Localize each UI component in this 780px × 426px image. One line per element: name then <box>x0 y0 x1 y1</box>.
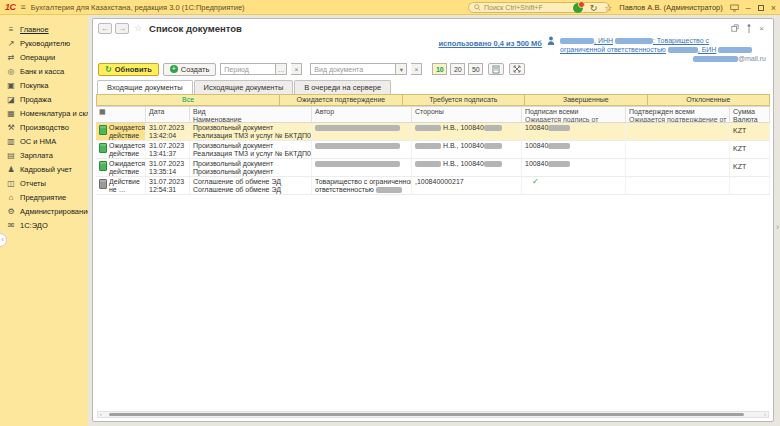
filter-awaiting-confirmation[interactable]: Ожидается подтверждение <box>280 95 402 105</box>
app-window: 1С ≡ Бухгалтерия для Казахстана, редакци… <box>0 0 780 426</box>
truck-icon: ▥ <box>6 137 16 146</box>
signed-check-icon: ✓ <box>525 177 539 186</box>
refresh-icon: ↻ <box>105 65 112 74</box>
create-button[interactable]: +Создать <box>163 63 217 76</box>
warehouse-grid-icon: ▦ <box>6 109 16 118</box>
doc-type-clear-button[interactable]: × <box>411 63 422 75</box>
right-panel-expand-arrow[interactable]: › <box>776 222 779 232</box>
redacted-party <box>415 125 441 131</box>
storage-usage-link[interactable]: использовано 0,4 из 500 Мб <box>439 39 543 48</box>
tab-outgoing-documents[interactable]: Исходящие документы <box>194 80 294 94</box>
horizontal-scrollbar[interactable]: ‹ › <box>97 411 769 418</box>
table-row[interactable]: Ожидаетсядействие 31.07.202313:35:14 Про… <box>96 159 770 177</box>
organization-link[interactable]: , ИНН : Товарищество с ограниченной отве… <box>560 36 768 54</box>
redacted-party-id <box>484 125 502 131</box>
redacted-party <box>415 143 441 149</box>
sidebar-item-hr[interactable]: ♟Кадровый учет <box>0 162 88 176</box>
close-button[interactable]: × <box>771 3 776 13</box>
column-signed[interactable]: Подписан всемиОжидается подпись от <box>522 107 626 122</box>
sidebar: ≡Главное ↗Руководителю ⇄Операции ◎Банк и… <box>0 15 88 426</box>
filter-completed[interactable]: Завершенные <box>525 95 647 105</box>
table-row[interactable]: Ожидаетсядействие 31.07.202313:42:04 Про… <box>96 123 770 141</box>
redacted-author <box>315 161 400 167</box>
history-icon[interactable]: ↻ <box>590 3 598 13</box>
main-menu-icon[interactable]: ≡ <box>21 2 26 12</box>
page-size-50-button[interactable]: 50 <box>468 63 483 75</box>
window-controls: × <box>731 24 768 33</box>
page-size-10-button[interactable]: 10 <box>432 63 447 75</box>
discussions-notification-icon[interactable] <box>573 3 583 13</box>
app-title: Бухгалтерия для Казахстана, редакция 3.0… <box>31 3 245 12</box>
scroll-left-arrow[interactable]: ‹ <box>100 412 102 417</box>
scroll-right-arrow[interactable]: › <box>764 412 766 417</box>
sidebar-item-purchase[interactable]: ▣Покупка <box>0 78 88 92</box>
sidebar-item-fixed-assets[interactable]: ▥ОС и НМА <box>0 134 88 148</box>
nav-forward-button[interactable]: → <box>115 23 129 34</box>
table-row[interactable]: Действиене … 31.07.202312:54:31 Соглашен… <box>96 177 770 195</box>
sidebar-item-administration[interactable]: ⚙Администрирование <box>0 204 88 218</box>
sidebar-item-reports[interactable]: ◫Отчеты <box>0 176 88 190</box>
refresh-button[interactable]: ↻Обновить <box>98 63 159 76</box>
period-picker-button[interactable]: … <box>276 63 287 75</box>
table-header: ▦ Дата ВидНаименование Автор Стороны Под… <box>96 106 770 123</box>
column-sum[interactable]: СуммаВалюта <box>730 107 770 122</box>
sidebar-item-operations[interactable]: ⇄Операции <box>0 50 88 64</box>
redacted-party-id <box>484 161 502 167</box>
filter-rejected[interactable]: Отклоненные <box>648 95 769 105</box>
table-row[interactable]: Ожидаетсядействие 31.07.202313:41:37 Про… <box>96 141 770 159</box>
column-author[interactable]: Автор <box>312 107 412 122</box>
minimize-button[interactable]: – <box>746 3 751 13</box>
column-kind-name[interactable]: ВидНаименование <box>190 107 312 122</box>
expand-arrows-button[interactable] <box>509 63 525 75</box>
sidebar-item-production[interactable]: ⚒Производство <box>0 120 88 134</box>
sidebar-item-edo[interactable]: ✉1С:ЭДО <box>0 218 88 232</box>
trend-chart-icon: ↗ <box>6 39 16 48</box>
doc-type-select[interactable]: Вид документа <box>310 63 396 75</box>
detach-window-icon[interactable] <box>731 24 739 32</box>
column-confirmed[interactable]: Подтвержден всемиОжидается подтверждение… <box>626 107 730 122</box>
monitor-icon[interactable] <box>730 4 739 12</box>
redacted-company <box>668 47 698 53</box>
document-view-button[interactable] <box>488 63 504 75</box>
scrollbar-thumb[interactable] <box>109 413 744 416</box>
redacted-sign-id <box>548 143 570 149</box>
filter-all[interactable]: Все <box>97 95 280 105</box>
tab-incoming-documents[interactable]: Входящие документы <box>97 80 193 94</box>
sidebar-item-salary[interactable]: ▤Зарплата <box>0 148 88 162</box>
maximize-button[interactable] <box>758 5 764 11</box>
redacted-bin <box>718 47 752 53</box>
nav-back-button[interactable]: ← <box>98 23 112 34</box>
redacted-party-id <box>484 143 502 149</box>
cart-icon: ▣ <box>6 81 16 90</box>
period-input[interactable]: Период <box>220 63 276 75</box>
current-user[interactable]: Павлов А.В. (Администратор) <box>619 3 722 12</box>
doc-type-dropdown-button[interactable]: ▾ <box>396 63 407 75</box>
sidebar-item-main[interactable]: ≡Главное <box>0 22 88 36</box>
operations-icon: ⇄ <box>6 53 16 62</box>
redacted-sign-id <box>548 161 570 167</box>
sidebar-collapse-button[interactable]: ‹ <box>0 233 7 247</box>
sidebar-item-bank-cash[interactable]: ◎Банк и касса <box>0 64 88 78</box>
sidebar-item-nomenclature[interactable]: ▦Номенклатура и склад <box>0 106 88 120</box>
sidebar-item-manager[interactable]: ↗Руководителю <box>0 36 88 50</box>
pin-icon[interactable] <box>747 24 751 33</box>
column-status[interactable]: ▦ <box>96 107 146 122</box>
tab-server-queue[interactable]: В очереди на сервере <box>294 80 391 94</box>
grid-icon: ▦ <box>99 108 106 115</box>
document-tabs: Входящие документы Исходящие документы В… <box>96 80 770 94</box>
column-parties[interactable]: Стороны <box>412 107 522 122</box>
close-window-icon[interactable]: × <box>759 24 764 33</box>
bar-chart-icon: ◫ <box>6 179 16 188</box>
search-icon <box>474 4 481 11</box>
favorite-star-icon[interactable]: ☆ <box>134 23 142 33</box>
period-clear-button[interactable]: × <box>291 63 302 75</box>
redacted-author <box>315 125 400 131</box>
filter-requires-signature[interactable]: Требуется подписать <box>403 95 525 105</box>
page-title: Список документов <box>149 23 242 34</box>
page-size-20-button[interactable]: 20 <box>450 63 465 75</box>
sidebar-item-sales[interactable]: ◪Продажа <box>0 92 88 106</box>
favorites-star-icon[interactable]: ☆ <box>604 3 612 13</box>
1c-logo-icon: 1С <box>5 2 16 12</box>
sidebar-item-enterprise[interactable]: ⌂Предприятие <box>0 190 88 204</box>
column-date[interactable]: Дата <box>146 107 190 122</box>
